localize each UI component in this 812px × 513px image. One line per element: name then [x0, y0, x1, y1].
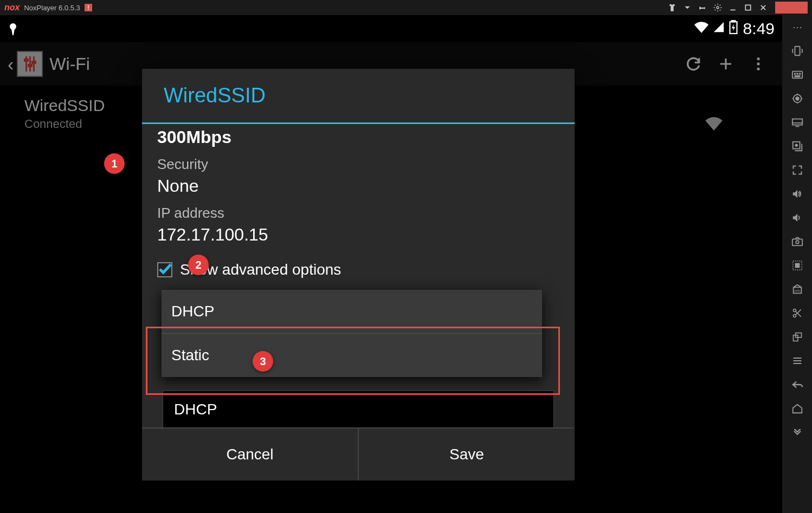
status-time: 8:49 [743, 20, 775, 38]
svg-rect-5 [731, 20, 735, 22]
dialog-buttons: Cancel Save [142, 427, 575, 480]
ip-settings-select[interactable]: DHCP [163, 391, 554, 427]
annotation-badge-1: 1 [104, 153, 125, 174]
svg-rect-7 [757, 63, 760, 66]
shirt-icon[interactable] [666, 1, 679, 14]
keyhole-icon [8, 21, 18, 36]
emulator-screen: 8:49 ‹ Wi-Fi WiredSSID Con [0, 15, 782, 513]
svg-rect-8 [757, 68, 760, 70]
svg-point-26 [793, 315, 796, 317]
svg-rect-2 [745, 5, 750, 10]
signal-icon [713, 21, 725, 36]
cancel-button[interactable]: Cancel [142, 428, 359, 480]
svg-rect-6 [757, 57, 760, 60]
svg-point-0 [717, 7, 719, 9]
ip-value: 172.17.100.15 [157, 225, 559, 245]
refresh-icon[interactable] [677, 48, 710, 80]
svg-point-12 [797, 73, 798, 74]
svg-point-25 [793, 309, 796, 312]
wifi-icon [694, 21, 708, 36]
home-icon[interactable] [790, 401, 805, 416]
more-icon[interactable]: ⋯ [790, 20, 805, 35]
recent-icon[interactable] [790, 353, 805, 368]
back-nav-icon[interactable] [790, 377, 805, 392]
settings-icon[interactable] [711, 1, 724, 14]
screenshot-icon[interactable] [790, 234, 805, 249]
save-button[interactable]: Save [359, 428, 575, 480]
dropdown-icon[interactable] [681, 1, 694, 14]
nox-logo: nox [4, 3, 20, 12]
svg-text:APK: APK [794, 289, 800, 293]
minimize-button[interactable] [726, 1, 739, 14]
wifi-dialog: WiredSSID 300Mbps Security None IP addre… [142, 69, 575, 480]
svg-rect-23 [795, 263, 799, 267]
security-value: None [157, 176, 559, 196]
overflow-icon[interactable] [742, 48, 775, 80]
ip-label: IP address [157, 205, 559, 222]
fullscreen-icon[interactable] [790, 163, 805, 178]
page-title: Wi-Fi [49, 54, 90, 74]
svg-rect-9 [795, 47, 800, 56]
svg-point-13 [799, 73, 800, 74]
back-icon[interactable]: ‹ [8, 54, 14, 75]
advanced-checkbox-row[interactable]: Show advanced options [157, 261, 559, 278]
annotation-badge-3: 3 [253, 351, 273, 372]
svg-point-19 [795, 144, 797, 146]
volume-up-icon[interactable] [790, 186, 805, 202]
expand-icon[interactable] [790, 425, 805, 440]
close-button[interactable] [757, 1, 770, 14]
advanced-checkbox[interactable] [157, 262, 172, 277]
svg-rect-14 [795, 76, 800, 77]
location-icon[interactable] [790, 91, 805, 106]
svg-rect-17 [792, 119, 802, 125]
svg-point-16 [796, 97, 799, 100]
settings-app-icon [17, 51, 43, 77]
annotation-badge-2: 2 [188, 255, 209, 275]
window-titlebar: nox NoxPlayer 6.0.5.3 ! [0, 0, 812, 15]
scissors-icon[interactable] [790, 306, 805, 321]
dialog-title: WiredSSID [142, 69, 575, 122]
security-label: Security [157, 156, 559, 173]
svg-rect-1 [730, 10, 735, 11]
add-icon[interactable] [710, 48, 742, 80]
ip-settings-dropdown: DHCP Static [162, 290, 542, 377]
battery-icon [729, 20, 738, 37]
red-accent [775, 2, 808, 14]
multi-instance-icon[interactable] [790, 139, 805, 154]
apk-icon[interactable]: APK [790, 282, 805, 297]
nox-sidebar: ⋯ APK [782, 15, 812, 513]
rotate-icon[interactable] [790, 329, 805, 345]
svg-point-21 [796, 241, 799, 244]
link-speed-value: 300Mbps [157, 127, 559, 147]
android-statusbar: 8:49 [0, 15, 782, 42]
keyboard-icon[interactable] [790, 67, 805, 82]
maximize-button[interactable] [742, 1, 755, 14]
my-computer-icon[interactable] [790, 115, 805, 130]
wifi-signal-icon [705, 116, 723, 134]
svg-rect-20 [792, 239, 802, 245]
warning-icon[interactable]: ! [85, 4, 92, 11]
dropdown-option-dhcp[interactable]: DHCP [162, 290, 542, 333]
volume-down-icon[interactable] [790, 210, 805, 225]
pin-icon[interactable] [696, 1, 709, 14]
dropdown-option-static[interactable]: Static [162, 334, 542, 377]
shake-icon[interactable] [790, 43, 805, 59]
record-icon[interactable] [790, 258, 805, 273]
dialog-body: 300Mbps Security None IP address 172.17.… [142, 124, 575, 427]
svg-point-11 [794, 73, 795, 74]
window-title: NoxPlayer 6.0.5.3 [24, 4, 80, 12]
